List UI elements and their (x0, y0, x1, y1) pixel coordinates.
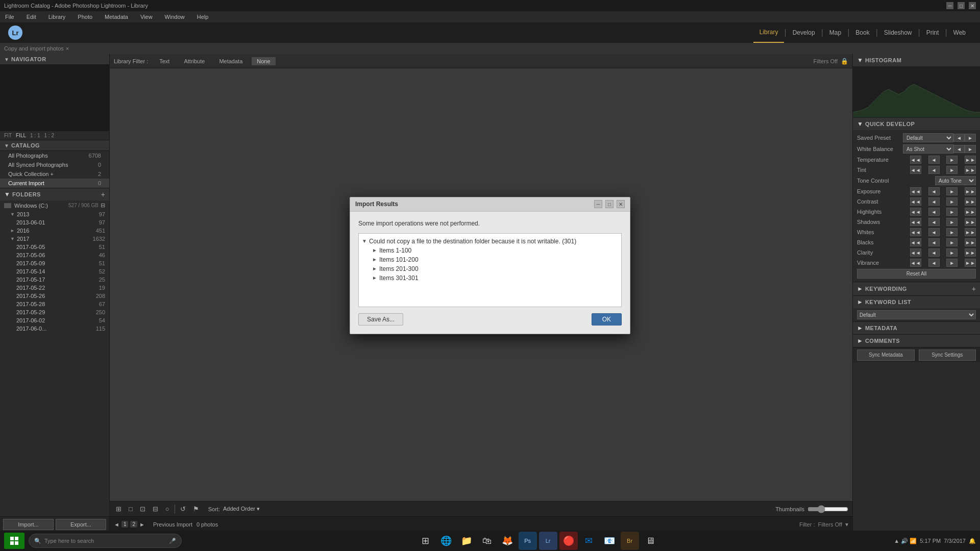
flag-btn[interactable]: ⚑ (191, 504, 201, 514)
qd-temp-dl[interactable]: ◄◄ (910, 156, 921, 164)
qd-reset-btn[interactable]: Reset All (857, 269, 976, 279)
qd-vi-r[interactable]: ► (946, 259, 958, 267)
module-library[interactable]: Library (753, 22, 785, 43)
keywording-header[interactable]: ► Keywording + (853, 282, 980, 295)
qd-vi-l[interactable]: ◄ (928, 259, 940, 267)
qd-vi-dr[interactable]: ►► (965, 259, 976, 267)
filter-metadata-btn[interactable]: Metadata (214, 57, 248, 65)
qd-tint-l[interactable]: ◄ (928, 166, 940, 174)
folder-2016[interactable]: ► 2016 451 (0, 227, 109, 235)
qd-wh-r[interactable]: ► (946, 228, 958, 236)
qd-con-r[interactable]: ► (946, 197, 958, 206)
qd-exp-l[interactable]: ◄ (928, 187, 940, 195)
qd-temp-r[interactable]: ► (946, 156, 958, 164)
tree-root-arrow[interactable]: ▼ (362, 238, 367, 244)
qd-tone-select[interactable]: Auto Tone (935, 176, 976, 185)
comments-header[interactable]: ► Comments (853, 335, 980, 347)
folder-2017[interactable]: ▼ 2017 1632 (0, 235, 109, 243)
filmstrip-page2[interactable]: 2 (130, 521, 137, 528)
dialog-close-btn[interactable]: ✕ (617, 200, 625, 208)
dialog-list-area[interactable]: ▼ Could not copy a file to the destinati… (358, 233, 622, 307)
view-grid-btn[interactable]: ⊞ (114, 504, 124, 514)
menu-file[interactable]: File (2, 13, 17, 21)
taskbar-photoshop[interactable]: Ps (519, 532, 537, 550)
dialog-minimize-btn[interactable]: ─ (594, 200, 602, 208)
zoom-1-1[interactable]: 1 : 1 (30, 133, 40, 138)
folder-2017-05-09[interactable]: 2017-05-09 51 (0, 259, 109, 267)
tree-child-2-arrow[interactable]: ► (372, 257, 377, 262)
module-web[interactable]: Web (947, 22, 972, 43)
tree-child-2[interactable]: ► Items 101-200 (362, 255, 618, 264)
qd-cl-l[interactable]: ◄ (928, 248, 940, 257)
menu-help[interactable]: Help (194, 13, 212, 21)
sync-metadata-btn[interactable]: Sync Metadata (857, 349, 915, 361)
histogram-header[interactable]: ▼ Histogram (853, 54, 980, 66)
folder-2017-05-06[interactable]: 2017-05-06 46 (0, 251, 109, 259)
qd-wb-select[interactable]: As Shot (903, 144, 953, 154)
minimize-button[interactable]: ─ (946, 2, 953, 9)
filmstrip-next-btn[interactable]: ► (139, 521, 145, 528)
taskbar-task-view[interactable]: ⊞ (416, 532, 435, 550)
prev-import-label[interactable]: Previous Import (153, 521, 192, 528)
keywording-add-icon[interactable]: + (972, 285, 976, 293)
catalog-all-photos[interactable]: All Photographs 6708 (0, 151, 109, 160)
qd-con-dl[interactable]: ◄◄ (910, 197, 921, 206)
menu-view[interactable]: View (137, 13, 156, 21)
taskbar-lightroom[interactable]: Lr (539, 532, 557, 550)
qd-vi-dl[interactable]: ◄◄ (910, 259, 921, 267)
qd-hi-dr[interactable]: ►► (965, 208, 976, 216)
thumbnail-slider[interactable] (807, 505, 848, 513)
qd-wh-dl[interactable]: ◄◄ (910, 228, 921, 236)
catalog-synced-photos[interactable]: All Synced Photographs 0 (0, 160, 109, 169)
folder-2017-05-26[interactable]: 2017-05-26 208 (0, 292, 109, 300)
taskbar-store[interactable]: 🛍 (478, 532, 496, 550)
taskbar-bridge[interactable]: Br (621, 532, 639, 550)
taskbar-explorer[interactable]: 📁 (457, 532, 476, 550)
taskbar-computer[interactable]: 🖥 (641, 532, 659, 550)
qd-saved-prev[interactable]: ◄ (953, 134, 965, 142)
folder-2017-06-0x[interactable]: 2017-06-0... 115 (0, 324, 109, 333)
filter-lock-icon[interactable]: 🔒 (841, 58, 848, 65)
breadcrumb-close[interactable]: × (66, 45, 69, 52)
qd-wh-dr[interactable]: ►► (965, 228, 976, 236)
module-map[interactable]: Map (823, 22, 847, 43)
start-button[interactable] (4, 533, 24, 549)
menu-window[interactable]: Window (162, 13, 188, 21)
qd-sh-dr[interactable]: ►► (965, 218, 976, 226)
catalog-current-import[interactable]: Current Import 0 (0, 179, 109, 188)
taskbar-firefox[interactable]: 🦊 (498, 532, 517, 550)
menu-library[interactable]: Library (45, 13, 69, 21)
qd-con-dr[interactable]: ►► (965, 197, 976, 206)
rotate-left-btn[interactable]: ↺ (178, 504, 188, 514)
catalog-quick-collection[interactable]: Quick Collection + 2 (0, 169, 109, 179)
qd-cl-dl[interactable]: ◄◄ (910, 248, 921, 257)
qd-sh-l[interactable]: ◄ (928, 218, 940, 226)
folders-header[interactable]: ▼ Folders + (0, 188, 109, 201)
filmstrip-page1[interactable]: 1 (121, 521, 129, 528)
navigator-header[interactable]: ▼ Navigator (0, 54, 109, 65)
metadata-header[interactable]: ► Metadata (853, 322, 980, 334)
folder-2017-05-17[interactable]: 2017-05-17 25 (0, 276, 109, 284)
import-button[interactable]: Import... (3, 519, 54, 530)
zoom-fill[interactable]: FILL (16, 133, 26, 138)
view-survey-btn[interactable]: ⊟ (151, 504, 160, 514)
qd-exp-dl[interactable]: ◄◄ (910, 187, 921, 195)
folder-2013-06-01[interactable]: 2013-06-01 97 (0, 218, 109, 227)
taskbar-search-bar[interactable]: 🔍 Type here to search 🎤 (29, 534, 182, 548)
zoom-fit[interactable]: FIT (4, 133, 12, 138)
view-people-btn[interactable]: ○ (163, 504, 172, 514)
qd-wb-prev[interactable]: ◄ (953, 145, 965, 153)
qd-saved-next[interactable]: ► (965, 134, 976, 142)
taskbar-notification-icon[interactable]: 🔔 (969, 538, 976, 544)
zoom-1-2[interactable]: 1 : 2 (44, 133, 54, 138)
filter-attribute-btn[interactable]: Attribute (179, 57, 210, 65)
qd-bl-r[interactable]: ► (946, 238, 958, 246)
module-book[interactable]: Book (849, 22, 875, 43)
folders-add-icon[interactable]: + (101, 190, 105, 198)
qd-hi-r[interactable]: ► (946, 208, 958, 216)
qd-temp-l[interactable]: ◄ (928, 156, 940, 164)
export-button[interactable]: Export... (56, 519, 106, 530)
folder-2017-05-22[interactable]: 2017-05-22 19 (0, 284, 109, 292)
tree-child-3-arrow[interactable]: ► (372, 266, 377, 271)
folder-2017-05-28[interactable]: 2017-05-28 67 (0, 300, 109, 308)
